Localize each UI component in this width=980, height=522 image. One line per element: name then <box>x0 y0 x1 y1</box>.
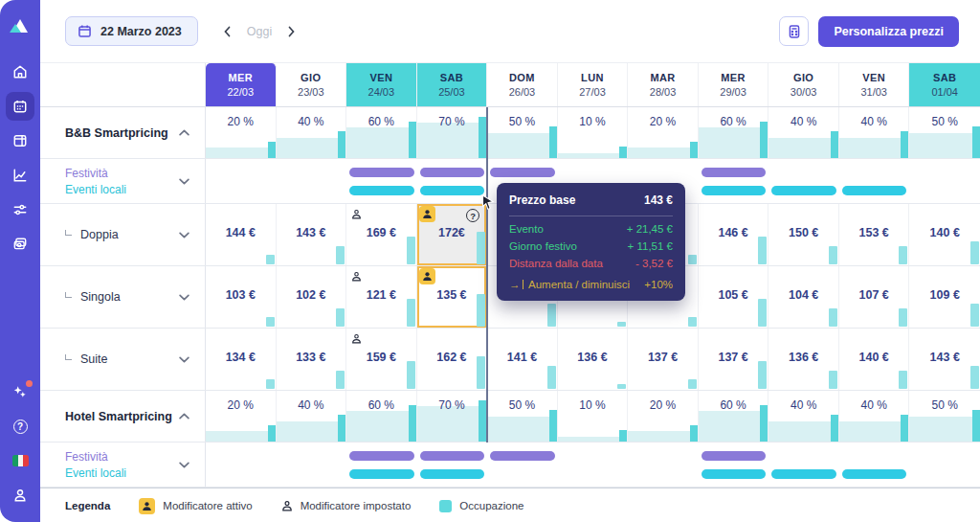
sidebar-item-help[interactable]: ? <box>6 412 34 441</box>
modifier-active-icon <box>139 498 155 514</box>
sidebar-item-layout[interactable] <box>6 126 34 155</box>
calculator-button[interactable] <box>779 16 809 46</box>
day-header-25-03[interactable]: SAB25/03 <box>417 63 488 106</box>
day-header-28-03[interactable]: MAR28/03 <box>628 63 699 106</box>
expand-toggle[interactable] <box>179 294 189 301</box>
day-date: 01/04 <box>931 86 958 98</box>
collapse-toggle[interactable] <box>179 129 189 136</box>
sidebar-item-analytics[interactable] <box>6 161 34 190</box>
sidebar-item-language[interactable] <box>6 446 34 475</box>
sidebar-item-calendar[interactable] <box>6 92 34 121</box>
room-header[interactable]: Singola <box>40 266 206 328</box>
price-cell[interactable]: 137 € <box>699 329 769 390</box>
eventi-bar[interactable] <box>771 186 836 195</box>
occupancy-mini-bar <box>688 379 697 389</box>
collapse-toggle[interactable] <box>179 413 189 420</box>
price-cell[interactable]: 109 € <box>909 266 980 328</box>
price-cell[interactable]: 150 € <box>768 204 839 265</box>
day-header-29-03[interactable]: MER29/03 <box>699 63 769 106</box>
price-cell[interactable]: 121 € <box>346 266 417 328</box>
today-button[interactable]: Oggi <box>247 25 272 38</box>
day-header-31-03[interactable]: VEN31/03 <box>839 63 910 106</box>
price-cell[interactable]: 143 € <box>909 329 980 390</box>
next-day-button[interactable] <box>285 24 298 39</box>
price-cell[interactable]: 136 € <box>768 329 839 390</box>
price-cell[interactable]: 159 € <box>346 329 417 390</box>
eventi-bar[interactable] <box>420 469 485 479</box>
price-value: 146 € <box>699 226 768 239</box>
price-cell[interactable]: 136 € <box>558 329 629 390</box>
modifier-header[interactable]: FestivitàEventi locali <box>40 159 206 203</box>
bar-icon <box>523 280 524 289</box>
occupancy-edge-bar <box>268 142 276 158</box>
modifier-cell <box>487 443 558 487</box>
festivita-bar[interactable] <box>490 168 555 177</box>
price-cell[interactable]: 107 € <box>839 266 910 328</box>
price-cell[interactable]: 137 € <box>628 329 699 390</box>
price-cell[interactable]: 105 € <box>699 266 769 328</box>
eventi-bar[interactable] <box>702 186 767 195</box>
eventi-bar[interactable] <box>842 469 907 479</box>
day-header-26-03[interactable]: DOM26/03 <box>487 63 558 106</box>
eventi-bar[interactable] <box>420 186 485 195</box>
price-cell[interactable]: 102 € <box>277 266 347 328</box>
modifier-header[interactable]: FestivitàEventi locali <box>40 443 206 487</box>
sidebar-item-whats-new[interactable] <box>6 377 34 406</box>
price-cell[interactable]: ?172€ <box>417 204 488 265</box>
sidebar-item-profile[interactable] <box>6 481 34 510</box>
date-picker[interactable]: 22 Marzo 2023 <box>65 16 198 46</box>
sidebar-item-media[interactable] <box>6 230 34 259</box>
expand-toggle[interactable] <box>179 462 189 468</box>
section-header[interactable]: Hotel Smartpricing <box>40 391 206 442</box>
expand-toggle[interactable] <box>179 356 189 363</box>
price-cell[interactable]: 162 € <box>417 329 488 390</box>
festivita-bar[interactable] <box>420 451 485 461</box>
expand-toggle[interactable] <box>179 232 189 238</box>
question-icon[interactable]: ? <box>466 209 479 222</box>
sidebar-item-home[interactable] <box>6 57 34 86</box>
home-icon <box>12 64 28 79</box>
room-header[interactable]: Suite <box>40 329 206 390</box>
chevron-down-icon <box>179 232 189 238</box>
festivita-bar[interactable] <box>490 451 555 461</box>
festivita-bar[interactable] <box>702 168 767 177</box>
price-cell[interactable]: 104 € <box>768 266 839 328</box>
price-cell[interactable]: 146 € <box>699 204 769 265</box>
eventi-bar[interactable] <box>842 186 907 195</box>
festivita-bar[interactable] <box>420 168 485 177</box>
price-value: 133 € <box>277 351 346 364</box>
price-cell[interactable]: 143 € <box>277 204 347 265</box>
day-header-01-04[interactable]: SAB01/04 <box>909 63 980 106</box>
eventi-bar[interactable] <box>349 186 414 195</box>
prev-day-button[interactable] <box>221 24 234 39</box>
room-header[interactable]: Doppia <box>40 204 206 265</box>
price-cell[interactable]: 153 € <box>839 204 910 265</box>
price-cell[interactable]: 134 € <box>206 329 277 390</box>
day-header-24-03[interactable]: VEN24/03 <box>346 63 417 106</box>
day-header-22-03[interactable]: MER22/03 <box>206 63 277 106</box>
eventi-bar[interactable] <box>349 469 414 479</box>
day-header-27-03[interactable]: LUN27/03 <box>558 63 629 106</box>
price-cell[interactable]: 141 € <box>487 329 558 390</box>
price-cell[interactable]: 140 € <box>909 204 980 265</box>
eventi-bar[interactable] <box>771 469 836 479</box>
occupancy-percent: 60 % <box>699 398 768 412</box>
price-cell[interactable]: 140 € <box>839 329 910 390</box>
price-cell[interactable]: 169 € <box>346 204 417 265</box>
customize-prices-button[interactable]: Personalizza prezzi <box>818 16 959 47</box>
price-cell[interactable]: 144 € <box>206 204 277 265</box>
section-header[interactable]: B&B Smartpricing <box>40 107 206 158</box>
eventi-bar[interactable] <box>702 469 767 479</box>
price-cell[interactable]: 135 € <box>417 266 488 328</box>
festivita-bar[interactable] <box>349 168 414 177</box>
price-cell[interactable]: 133 € <box>277 329 347 390</box>
price-cell[interactable]: 103 € <box>206 266 277 328</box>
festivita-bar[interactable] <box>702 451 767 461</box>
expand-toggle[interactable] <box>179 178 189 185</box>
day-header-23-03[interactable]: GIO23/03 <box>277 63 347 106</box>
modifier-cell <box>839 443 910 487</box>
festivita-bar[interactable] <box>349 451 414 461</box>
day-header-30-03[interactable]: GIO30/03 <box>768 63 839 106</box>
base-price-label: Prezzo base <box>509 193 575 207</box>
sidebar-item-settings[interactable] <box>6 195 34 224</box>
